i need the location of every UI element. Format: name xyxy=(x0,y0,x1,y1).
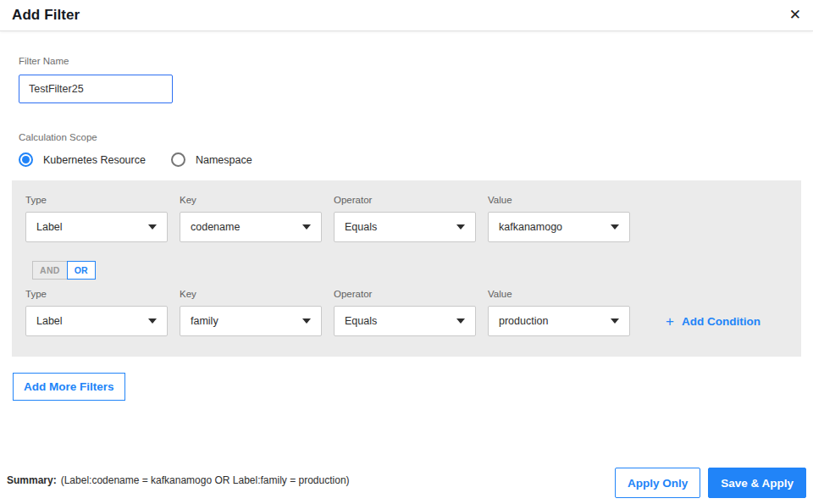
conditions-panel: Type Label Key codename Operator Equals xyxy=(12,180,801,357)
condition-field-type: Type Label xyxy=(25,194,168,242)
type-label: Type xyxy=(25,194,168,206)
modal-body: Filter Name Calculation Scope Kubernetes… xyxy=(0,55,813,401)
condition-row-2: Type Label Key family Operator Equals xyxy=(25,288,788,336)
or-toggle-button[interactable]: OR xyxy=(67,261,96,280)
close-icon[interactable]: ✕ xyxy=(789,6,801,23)
value-label: Value xyxy=(488,194,630,206)
radio-namespace[interactable]: Namespace xyxy=(171,152,252,167)
chevron-down-icon xyxy=(302,318,311,324)
filter-name-input[interactable] xyxy=(19,75,173,103)
apply-only-button[interactable]: Apply Only xyxy=(615,468,700,498)
dropdown-value: Equals xyxy=(345,315,377,327)
operator-dropdown[interactable]: Equals xyxy=(334,212,476,242)
dropdown-value: production xyxy=(499,315,548,327)
dropdown-value: Equals xyxy=(345,221,377,233)
chevron-down-icon xyxy=(456,318,465,324)
value-dropdown[interactable]: kafkanamogo xyxy=(488,212,630,242)
join-operator-toggle: AND OR xyxy=(32,261,96,280)
radio-selected-icon xyxy=(19,152,33,167)
dropdown-value: Label xyxy=(36,221,63,233)
filter-name-label: Filter Name xyxy=(19,55,813,67)
add-condition-button[interactable]: + Add Condition xyxy=(666,314,760,329)
radio-label: Namespace xyxy=(196,154,252,166)
calculation-scope-label: Calculation Scope xyxy=(19,131,813,143)
condition-row-1: Type Label Key codename Operator Equals xyxy=(25,194,788,242)
add-condition-label: Add Condition xyxy=(682,315,760,328)
chevron-down-icon xyxy=(456,224,465,230)
filter-name-section: Filter Name xyxy=(19,55,813,103)
calculation-scope-section: Calculation Scope Kubernetes Resource Na… xyxy=(19,131,813,167)
chevron-down-icon xyxy=(611,224,619,230)
type-label: Type xyxy=(25,288,168,300)
chevron-down-icon xyxy=(302,224,311,230)
type-dropdown[interactable]: Label xyxy=(25,212,168,242)
key-label: Key xyxy=(180,194,322,206)
key-label: Key xyxy=(180,288,322,300)
operator-label: Operator xyxy=(334,288,476,300)
condition-field-key: Key family xyxy=(180,288,322,336)
radio-kubernetes-resource[interactable]: Kubernetes Resource xyxy=(19,152,146,167)
condition-field-type: Type Label xyxy=(25,288,168,336)
operator-label: Operator xyxy=(334,194,476,206)
modal-footer: Summary:(Label:codename = kafkanamogo OR… xyxy=(7,468,806,498)
add-more-filters-button[interactable]: Add More Filters xyxy=(13,373,125,401)
dropdown-value: codename xyxy=(191,221,240,233)
value-dropdown[interactable]: production xyxy=(488,306,630,336)
condition-field-key: Key codename xyxy=(180,194,322,242)
summary-text: (Label:codename = kafkanamogo OR Label:f… xyxy=(61,474,350,486)
radio-unselected-icon xyxy=(171,152,185,167)
value-label: Value xyxy=(488,288,630,300)
condition-field-operator: Operator Equals xyxy=(334,288,476,336)
chevron-down-icon xyxy=(148,318,157,324)
calculation-scope-options: Kubernetes Resource Namespace xyxy=(19,152,813,167)
page-title: Add Filter xyxy=(12,7,80,23)
dropdown-value: Label xyxy=(36,315,63,327)
dropdown-value: family xyxy=(191,315,218,327)
footer-buttons: Apply Only Save & Apply xyxy=(615,468,806,498)
modal-header: Add Filter ✕ xyxy=(0,0,813,31)
key-dropdown[interactable]: codename xyxy=(180,212,322,242)
condition-field-operator: Operator Equals xyxy=(334,194,476,242)
and-toggle-button[interactable]: AND xyxy=(32,261,68,280)
condition-field-value: Value production xyxy=(488,288,630,336)
chevron-down-icon xyxy=(611,318,619,324)
summary-label: Summary: xyxy=(7,474,57,486)
save-and-apply-button[interactable]: Save & Apply xyxy=(708,468,806,498)
radio-label: Kubernetes Resource xyxy=(43,154,146,166)
key-dropdown[interactable]: family xyxy=(180,306,322,336)
operator-dropdown[interactable]: Equals xyxy=(334,306,476,336)
type-dropdown[interactable]: Label xyxy=(25,306,168,336)
filter-summary: Summary:(Label:codename = kafkanamogo OR… xyxy=(7,474,350,491)
plus-icon: + xyxy=(666,314,674,329)
condition-field-value: Value kafkanamogo xyxy=(488,194,630,242)
dropdown-value: kafkanamogo xyxy=(499,221,562,233)
chevron-down-icon xyxy=(148,224,157,230)
